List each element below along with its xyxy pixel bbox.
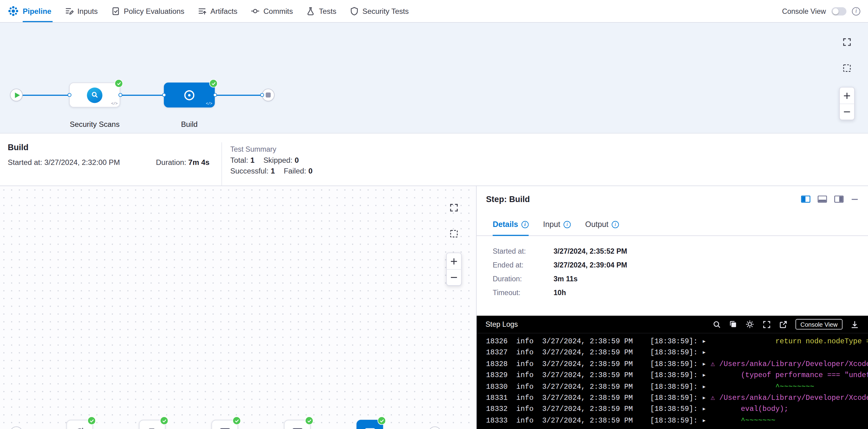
nav-tab-artifacts[interactable]: Artifacts — [198, 0, 237, 22]
pipeline-start-node[interactable] — [10, 89, 22, 101]
minimize-icon[interactable] — [851, 195, 859, 203]
build-title: Build — [8, 143, 221, 152]
bottom-split: </>Initialize</>Clone codebase</>Run NPM… — [0, 186, 868, 429]
download-logs-icon[interactable] — [850, 320, 859, 329]
play-icon — [15, 92, 20, 98]
test-summary-title: Test Summary — [230, 145, 321, 154]
nav-tab-pipeline[interactable]: Pipeline — [8, 0, 51, 22]
stage-node-security-scans[interactable]: </> — [69, 83, 120, 108]
nav-tab-tests[interactable]: Tests — [306, 0, 336, 22]
nav-tab-label: Tests — [319, 7, 336, 16]
tab-details[interactable]: Detailsi — [493, 220, 529, 236]
console-view-toggle[interactable] — [832, 7, 846, 16]
nav-tab-label: Inputs — [78, 7, 98, 16]
step-logs-title: Step Logs — [486, 320, 518, 328]
commit-icon — [251, 7, 260, 16]
test-stats-row: Total:1Skipped:0 — [230, 156, 321, 164]
zoom-out-button[interactable] — [840, 103, 854, 119]
log-settings-gear-icon[interactable] — [745, 320, 754, 329]
layout-split-left-icon[interactable] — [801, 195, 811, 203]
step-node-build[interactable]: </> — [356, 420, 383, 429]
layout-bottom-icon[interactable] — [818, 195, 827, 203]
detail-value: 3m 11s — [554, 275, 578, 283]
layout-right-icon[interactable] — [834, 195, 844, 203]
app-root: PipelineInputsPolicy EvaluationsArtifact… — [0, 0, 868, 429]
inputs-icon — [65, 7, 74, 16]
terminal-icon — [291, 427, 303, 429]
info-icon[interactable]: i — [612, 221, 619, 228]
pipeline-end-node[interactable] — [262, 89, 274, 101]
build-summary: Build Started at: 3/27/2024, 2:32:00 PM … — [8, 143, 221, 186]
open-external-icon[interactable] — [779, 320, 788, 329]
stage-connector-line — [22, 95, 264, 96]
success-badge-icon — [160, 417, 168, 425]
stage-node-build[interactable]: </> — [164, 83, 215, 108]
connector-dot — [162, 93, 166, 97]
step-node-install-build-dependencies[interactable]: </> — [284, 420, 311, 429]
nav-tab-commits[interactable]: Commits — [251, 0, 293, 22]
console-view-button[interactable]: Console View — [796, 319, 842, 330]
step-node-run-npm-tests[interactable]: </> — [212, 420, 238, 429]
copy-logs-icon[interactable] — [729, 320, 737, 328]
log-message: (typeof performance === "undefine — [711, 371, 868, 379]
build-stage-icon — [183, 88, 196, 102]
log-message: eval(body); — [711, 405, 788, 413]
log-message: /Users/anka/Library/Developer/Xcode/De — [719, 360, 868, 368]
step-logs-body[interactable]: 18326 info 3/27/2024, 2:38:59 PM [18:38:… — [477, 334, 868, 429]
info-icon[interactable]: i — [522, 221, 529, 228]
tab-input[interactable]: Inputi — [543, 220, 570, 236]
zoom-out-button[interactable] — [446, 269, 461, 285]
execution-graph-canvas: </>Initialize</>Clone codebase</>Run NPM… — [0, 186, 477, 429]
log-message: ^~~~~~~~ — [711, 417, 775, 425]
fullscreen-logs-icon[interactable] — [762, 320, 771, 329]
success-badge-icon — [209, 79, 218, 88]
step-node-initialize[interactable]: </> — [66, 420, 93, 429]
expand-canvas-icon[interactable] — [840, 35, 854, 50]
success-badge-icon — [232, 417, 241, 425]
log-line: 18326 info 3/27/2024, 2:38:59 PM [18:38:… — [486, 336, 868, 348]
log-line: 18328 info 3/27/2024, 2:38:59 PM [18:38:… — [486, 359, 868, 370]
code-icon: </> — [206, 101, 212, 105]
selection-tool-icon[interactable] — [446, 226, 461, 241]
expand-canvas-icon[interactable] — [446, 201, 461, 215]
nav-tab-security-tests[interactable]: Security Tests — [350, 0, 409, 22]
tests-icon — [306, 7, 315, 16]
success-badge-icon — [115, 79, 123, 88]
log-line: 18331 info 3/27/2024, 2:38:59 PM [18:38:… — [486, 393, 868, 404]
exec-canvas-controls — [446, 201, 462, 286]
artifacts-icon — [198, 7, 207, 16]
log-line: 18327 info 3/27/2024, 2:38:59 PM [18:38:… — [486, 348, 868, 359]
detail-row: Duration:3m 11s — [493, 275, 868, 283]
zoom-in-button[interactable] — [840, 88, 854, 103]
step-logs-toolbar: Console View — [712, 319, 859, 330]
refresh-icon — [74, 427, 86, 429]
stage-node-label: Security Scans — [56, 120, 133, 128]
success-badge-icon — [305, 417, 313, 425]
stage-start-node[interactable] — [10, 427, 22, 429]
log-line: 18332 info 3/27/2024, 2:38:59 PM [18:38:… — [486, 404, 868, 416]
stage-pipeline-canvas: </>Security Scans</>Build — [0, 23, 868, 133]
stage-node-label: Build — [151, 120, 228, 128]
detail-row: Ended at:3/27/2024, 2:39:04 PM — [493, 261, 868, 269]
terminal-icon — [219, 427, 230, 429]
detail-label: Duration: — [493, 275, 553, 283]
log-line: 18333 info 3/27/2024, 2:38:59 PM [18:38:… — [486, 415, 868, 427]
info-icon[interactable]: i — [852, 7, 860, 16]
detail-row: Timeout:10h — [493, 289, 868, 297]
started-at-text: Started at: 3/27/2024, 2:32:00 PM — [8, 158, 120, 167]
search-icon[interactable] — [712, 320, 721, 329]
stage-end-node[interactable] — [429, 427, 441, 429]
success-badge-icon — [88, 417, 96, 425]
step-node-clone-codebase[interactable]: </> — [139, 420, 166, 429]
nav-tab-policy-evaluations[interactable]: Policy Evaluations — [111, 0, 184, 22]
code-icon: </> — [111, 101, 117, 105]
selection-tool-icon[interactable] — [840, 61, 854, 75]
nav-tab-inputs[interactable]: Inputs — [65, 0, 98, 22]
tab-output[interactable]: Outputi — [585, 220, 619, 236]
zoom-in-button[interactable] — [446, 253, 461, 269]
connector-dot — [213, 93, 217, 97]
detail-label: Started at: — [493, 247, 553, 255]
build-summary-bar: Build Started at: 3/27/2024, 2:32:00 PM … — [0, 133, 868, 186]
info-icon[interactable]: i — [563, 221, 570, 228]
duration-text: Duration: 7m 4s — [156, 158, 210, 167]
